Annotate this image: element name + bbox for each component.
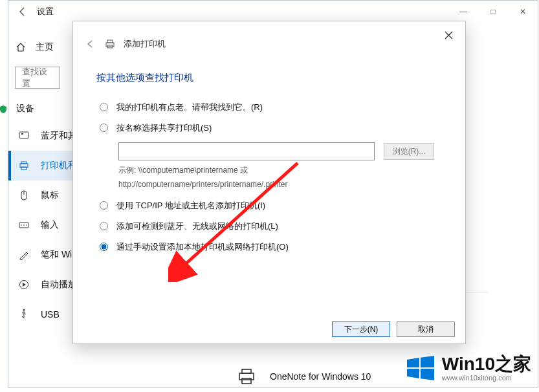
svg-marker-25 <box>407 369 419 378</box>
option-label: 我的打印机有点老。请帮我找到它。(R) <box>116 102 263 113</box>
autoplay-icon <box>17 279 30 290</box>
window-title: 设置 <box>37 6 54 17</box>
dialog-footer: 下一步(N) 取消 <box>332 321 455 337</box>
share-hint-line2: http://computername/printers/printername… <box>118 179 446 190</box>
next-button[interactable]: 下一步(N) <box>332 321 390 337</box>
option-old-printer[interactable]: 我的打印机有点老。请帮我找到它。(R) <box>96 97 446 118</box>
bluetooth-icon <box>17 130 30 142</box>
sidebar-item-label: 自动播放 <box>41 279 77 290</box>
dialog-header-title: 添加打印机 <box>124 38 166 50</box>
titlebar: 设置 — □ ✕ <box>8 1 538 23</box>
watermark-url: www.win10xitong.com <box>442 375 531 382</box>
svg-point-12 <box>23 309 25 311</box>
cancel-button[interactable]: 取消 <box>397 321 455 337</box>
search-placeholder: 查找设置 <box>22 67 53 89</box>
radio-share-name[interactable] <box>100 124 108 132</box>
pen-icon <box>17 249 30 261</box>
svg-point-10 <box>26 224 27 226</box>
share-input-row: 浏览(R)... <box>118 142 446 160</box>
svg-point-8 <box>21 224 22 226</box>
radio-tcpip[interactable] <box>100 201 108 210</box>
svg-rect-1 <box>21 133 23 135</box>
dialog-body: 按其他选项查找打印机 我的打印机有点老。请帮我找到它。(R) 按名称选择共享打印… <box>73 56 465 257</box>
printer-device-icon <box>235 365 258 388</box>
dialog-close-button[interactable] <box>437 25 460 45</box>
printer-icon <box>17 160 30 171</box>
shield-icon <box>0 105 8 114</box>
sidebar-item-label: USB <box>41 309 60 320</box>
home-icon <box>15 42 27 52</box>
svg-rect-20 <box>107 40 113 43</box>
radio-manual[interactable] <box>100 243 108 251</box>
option-share-name[interactable]: 按名称选择共享打印机(S) <box>96 118 446 138</box>
option-label: 使用 TCP/IP 地址或主机名添加打印机(I) <box>116 200 265 212</box>
maximize-button[interactable]: □ <box>478 1 508 23</box>
option-label: 按名称选择共享打印机(S) <box>116 122 212 134</box>
option-label: 通过手动设置添加本地打印机或网络打印机(O) <box>116 241 289 253</box>
usb-icon <box>17 309 30 320</box>
sidebar-item-label: 输入 <box>41 219 59 231</box>
dialog-title: 按其他选项查找打印机 <box>96 60 446 97</box>
svg-point-9 <box>23 224 25 226</box>
svg-rect-17 <box>242 369 251 373</box>
watermark: Win10之家 www.win10xitong.com <box>406 353 531 383</box>
option-tcpip[interactable]: 使用 TCP/IP 地址或主机名添加打印机(I) <box>96 195 446 216</box>
svg-rect-3 <box>21 162 27 164</box>
keyboard-icon <box>17 219 30 231</box>
mouse-icon <box>17 190 30 201</box>
printer-label: OneNote for Windows 10 <box>270 371 371 382</box>
minimize-button[interactable]: — <box>448 1 478 23</box>
browse-button[interactable]: 浏览(R)... <box>384 143 434 160</box>
dialog-header: 添加打印机 <box>73 21 465 56</box>
svg-marker-23 <box>407 358 419 367</box>
printer-icon <box>104 38 116 50</box>
back-button[interactable] <box>8 1 37 23</box>
share-hint-line1: 示例: \\computername\printername 或 <box>118 164 446 176</box>
svg-marker-24 <box>421 356 434 367</box>
option-wireless[interactable]: 添加可检测到蓝牙、无线或网络的打印机(L) <box>96 216 446 237</box>
radio-old-printer[interactable] <box>100 103 108 111</box>
radio-wireless[interactable] <box>100 222 108 230</box>
sidebar-home-label: 主页 <box>36 41 54 53</box>
option-label: 添加可检测到蓝牙、无线或网络的打印机(L) <box>116 221 278 232</box>
option-manual[interactable]: 通过手动设置添加本地打印机或网络打印机(O) <box>96 237 446 257</box>
sidebar-item-label: 鼠标 <box>41 190 59 201</box>
close-button[interactable]: ✕ <box>508 1 538 23</box>
add-printer-dialog: 添加打印机 按其他选项查找打印机 我的打印机有点老。请帮我找到它。(R) 按名称… <box>72 21 466 344</box>
watermark-brand: Win10之家 <box>442 355 531 373</box>
dialog-back-button[interactable] <box>85 39 96 49</box>
windows-logo-icon <box>406 353 435 383</box>
svg-rect-0 <box>19 132 28 138</box>
search-input[interactable]: 查找设置 <box>15 67 60 89</box>
share-name-input[interactable] <box>118 142 375 160</box>
svg-marker-26 <box>421 369 434 380</box>
